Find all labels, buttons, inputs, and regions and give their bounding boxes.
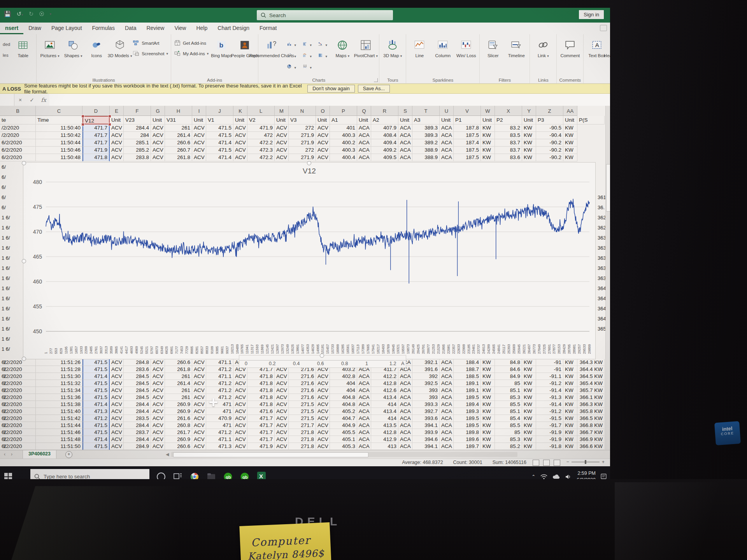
data-cell[interactable]: 272 (289, 124, 316, 132)
data-cell[interactable]: 283.7 (124, 429, 151, 436)
series-range-handle[interactable] (108, 123, 111, 126)
data-cell[interactable]: ACV (316, 154, 330, 161)
taskbar-app-task-view[interactable] (173, 472, 183, 480)
chart-selection-handle[interactable] (22, 161, 26, 165)
data-cell[interactable]: ACA (357, 132, 371, 139)
horizontal-scrollbar[interactable]: ◀ (171, 452, 517, 457)
data-cell[interactable]: ACA (357, 124, 371, 132)
data-cell[interactable]: -91 (536, 366, 563, 373)
data-cell[interactable]: 284.4 (124, 436, 151, 443)
data-cell[interactable]: ACA (398, 373, 412, 380)
notification-center-icon[interactable] (601, 474, 607, 479)
column-letter-F[interactable]: F (124, 106, 151, 116)
data-cell[interactable]: ACA (357, 147, 371, 154)
header-cell[interactable]: Unit (192, 116, 206, 124)
ribbon-button-pivotchart[interactable]: PivotChart ▾ (354, 37, 377, 58)
column-letter-U[interactable]: U (440, 106, 454, 116)
data-cell[interactable]: KW (522, 359, 536, 366)
data-cell[interactable]: 393.6 (412, 415, 440, 422)
data-cell[interactable]: 472.2 (247, 139, 275, 147)
data-cell[interactable]: 471.7 (82, 139, 110, 147)
data-cell[interactable]: ACA (398, 415, 412, 422)
column-letter-T[interactable]: T (412, 106, 440, 116)
taskbar-app-chrome[interactable] (189, 472, 200, 480)
data-cell[interactable]: ACV (192, 436, 206, 443)
data-cell[interactable]: ACA (440, 394, 454, 401)
data-cell[interactable]: 471.2 (82, 415, 110, 422)
data-cell[interactable]: ACA (440, 436, 454, 443)
data-cell[interactable]: ACA (440, 415, 454, 422)
data-cell[interactable]: 393.9 (412, 429, 440, 436)
name-box[interactable] (0, 94, 14, 106)
data-cell[interactable]: ACV (110, 359, 124, 366)
data-cell[interactable]: ACV (316, 408, 330, 415)
data-cell[interactable]: ACV (110, 139, 124, 147)
chart-selection-handle[interactable] (22, 259, 26, 263)
data-cell[interactable]: 11:51:32 (36, 380, 82, 387)
data-cell[interactable]: KW (522, 373, 536, 380)
data-cell[interactable]: 11:51:30 (36, 373, 82, 380)
data-cell[interactable]: ACA (440, 366, 454, 373)
chart-selection-handle[interactable] (320, 354, 324, 358)
ribbon-button-table[interactable]: Table (12, 37, 34, 58)
data-cell[interactable]: ACV (151, 401, 165, 408)
data-cell[interactable]: KW (563, 373, 577, 380)
data-cell[interactable]: ACV (151, 422, 165, 429)
column-letter-O[interactable]: O (316, 106, 330, 116)
data-cell[interactable]: 261.4 (165, 380, 192, 387)
data-cell[interactable]: 409.2 (371, 147, 398, 154)
data-cell[interactable]: ACV (151, 408, 165, 415)
header-cell[interactable]: Unit (110, 116, 124, 124)
data-cell[interactable]: ACA (357, 443, 371, 450)
data-cell[interactable]: ACA (440, 154, 454, 161)
data-cell[interactable]: ACA (398, 132, 412, 139)
data-cell[interactable]: 471.7 (247, 429, 275, 436)
column-letter-J[interactable]: J (206, 106, 233, 116)
series-range-handle[interactable] (81, 115, 84, 118)
data-cell[interactable]: ACA (357, 401, 371, 408)
chart-type-sparkgrid-button[interactable]: ▾ (300, 62, 314, 73)
data-cell-partial[interactable]: 365.4 KW (577, 380, 605, 387)
header-cell[interactable]: A3 (412, 116, 440, 124)
data-cell[interactable]: 271.6 (289, 394, 316, 401)
ribbon-button-column[interactable]: Column (431, 37, 454, 58)
data-cell[interactable]: ACA (440, 124, 454, 132)
data-cell[interactable]: 388.9 (412, 154, 440, 161)
header-cell[interactable]: Unit (522, 116, 536, 124)
data-cell[interactable]: ACV (275, 436, 289, 443)
data-cell[interactable]: KW (522, 387, 536, 394)
data-cell[interactable]: 471.5 (82, 380, 110, 387)
data-cell[interactable]: 83.5 (495, 132, 522, 139)
data-cell[interactable]: ACV (192, 429, 206, 436)
data-cell[interactable]: 188.4 (454, 359, 481, 366)
data-cell[interactable]: KW (563, 429, 577, 436)
data-cell[interactable]: ACA (357, 394, 371, 401)
data-cell[interactable]: 471.3 (206, 443, 233, 450)
data-cell[interactable]: KW (481, 415, 495, 422)
data-cell[interactable]: ACV (192, 154, 206, 161)
data-cell[interactable]: ACV (151, 359, 165, 366)
new-sheet-button[interactable]: + (65, 451, 72, 458)
data-cell[interactable]: 85.4 (495, 415, 522, 422)
data-cell-partial[interactable]: 366.6 KW (577, 443, 605, 450)
data-cell[interactable]: 405.3 (330, 443, 357, 450)
data-cell[interactable]: 471.4 (206, 139, 233, 147)
data-cell[interactable]: KW (563, 380, 577, 387)
data-cell[interactable]: 472 (247, 132, 275, 139)
data-cell[interactable]: 283.6 (124, 366, 151, 373)
data-cell[interactable]: ACA (440, 429, 454, 436)
data-cell[interactable]: 283.5 (124, 415, 151, 422)
data-cell[interactable]: ACV (316, 436, 330, 443)
zoom-slider[interactable] (572, 462, 600, 462)
horizontal-scroll-thumb[interactable] (173, 452, 368, 457)
data-cell[interactable]: ACV (110, 387, 124, 394)
data-cell[interactable]: ACV (192, 394, 206, 401)
data-cell[interactable]: 471.7 (247, 436, 275, 443)
data-cell[interactable]: ACV (233, 429, 247, 436)
data-cell[interactable]: 189.5 (454, 394, 481, 401)
data-cell[interactable]: ACV (110, 132, 124, 139)
data-cell[interactable]: KW (563, 139, 577, 147)
data-cell[interactable]: ACA (440, 132, 454, 139)
data-cell[interactable]: /2/2020 (0, 124, 36, 132)
data-cell[interactable]: 260.9 (165, 401, 192, 408)
